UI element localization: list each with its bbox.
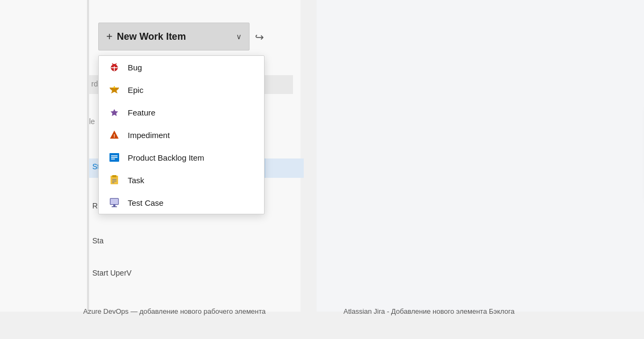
start-text: Start UperV [92, 269, 131, 277]
svg-text:!: ! [114, 133, 115, 139]
svg-rect-24 [113, 205, 115, 206]
le-text: le [89, 117, 95, 126]
svg-point-8 [113, 64, 116, 66]
sta-text: Sta [92, 236, 104, 245]
new-work-item-dropdown: Bug Epic Feature [98, 55, 265, 214]
new-work-item-label: New Work Item [117, 31, 232, 42]
svg-rect-19 [112, 175, 116, 177]
svg-line-6 [112, 63, 113, 64]
svg-line-7 [115, 63, 116, 64]
jira-panel: Тип задачи* История ∨ ? ине н Задание [317, 0, 644, 312]
dropdown-item-epic[interactable]: Epic [99, 78, 264, 101]
dropdown-item-task[interactable]: Task [99, 169, 264, 191]
feature-label: Feature [128, 108, 156, 117]
task-label: Task [128, 176, 144, 185]
impediment-label: Impediment [128, 131, 170, 140]
caption-left: Azure DevOps — добавление нового рабочег… [83, 307, 266, 315]
dropdown-item-testcase[interactable]: Test Case [99, 191, 264, 214]
dropdown-item-impediment[interactable]: ! Impediment [99, 124, 264, 146]
dropdown-item-feature[interactable]: Feature [99, 101, 264, 124]
azure-devops-panel: rd le + New Work Item ∨ ↪ [0, 0, 301, 312]
caption-right: Atlassian Jira - Добавление нового элеме… [343, 307, 515, 315]
bug-label: Bug [128, 63, 142, 72]
pbi-icon [108, 152, 120, 163]
rd-text: rd [91, 80, 98, 88]
epic-label: Epic [128, 85, 143, 95]
impediment-icon: ! [108, 129, 120, 141]
plus-icon: + [106, 31, 113, 43]
dropdown-item-bug[interactable]: Bug [99, 56, 264, 78]
chevron-down-icon: ∨ [236, 32, 241, 41]
left-border [87, 0, 89, 312]
dropdown-item-pbi[interactable]: Product Backlog Item [99, 146, 264, 169]
new-work-item-button[interactable]: + New Work Item ∨ [98, 23, 250, 51]
svg-marker-11 [113, 86, 115, 88]
svg-rect-26 [111, 199, 118, 204]
task-icon [108, 174, 120, 186]
testcase-icon [108, 197, 120, 208]
feature-icon [108, 106, 120, 118]
bug-icon [108, 61, 120, 73]
svg-rect-25 [112, 206, 117, 207]
epic-icon [108, 84, 120, 96]
redirect-icon[interactable]: ↪ [255, 31, 264, 44]
testcase-label: Test Case [128, 198, 164, 207]
pbi-label: Product Backlog Item [128, 153, 204, 162]
